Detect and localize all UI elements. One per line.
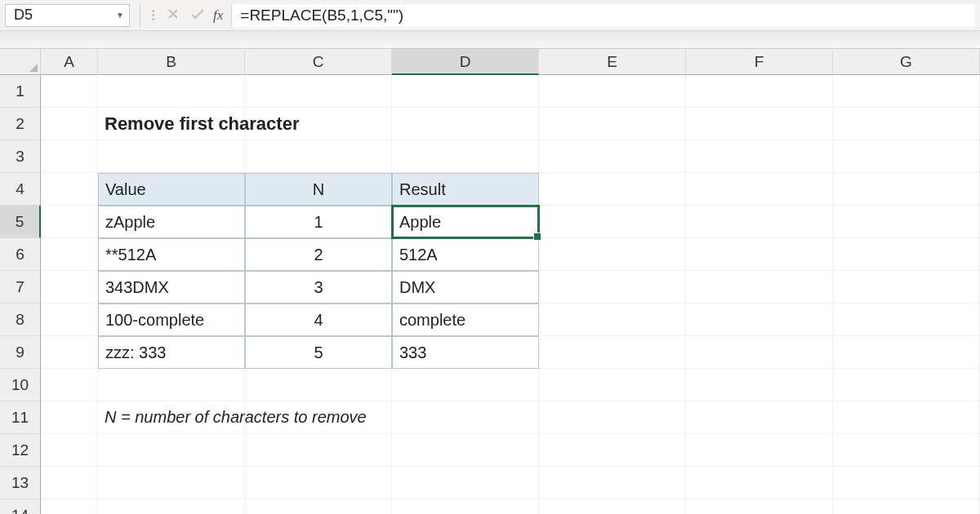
table-row[interactable]: zApple	[98, 206, 245, 238]
col-header-G[interactable]: G	[833, 49, 980, 75]
table-header-value[interactable]: Value	[98, 173, 245, 206]
cell[interactable]	[539, 499, 686, 514]
cell[interactable]	[686, 75, 833, 108]
table-row[interactable]: DMX	[392, 271, 539, 304]
cell[interactable]	[686, 173, 833, 206]
table-row[interactable]: complete	[392, 304, 539, 336]
table-row[interactable]: zzz: 333	[98, 336, 245, 369]
cell[interactable]	[41, 369, 98, 401]
cell[interactable]	[539, 206, 686, 238]
table-header-n[interactable]: N	[245, 173, 392, 206]
cell[interactable]	[392, 499, 539, 514]
cell[interactable]	[686, 499, 833, 514]
cell[interactable]	[833, 304, 980, 336]
cell[interactable]	[833, 401, 980, 434]
row-header-11[interactable]: 11	[0, 401, 41, 434]
cell[interactable]	[539, 434, 686, 467]
cell[interactable]	[98, 140, 245, 173]
table-row[interactable]: 5	[245, 336, 392, 369]
col-header-D[interactable]: D	[392, 49, 539, 75]
cell[interactable]	[539, 336, 686, 369]
cell[interactable]	[41, 238, 98, 271]
cell[interactable]	[392, 140, 539, 173]
page-title[interactable]: Remove first character	[98, 108, 245, 140]
cell[interactable]	[686, 108, 833, 140]
cell[interactable]	[245, 434, 392, 467]
cell[interactable]	[392, 75, 539, 108]
row-header-1[interactable]: 1	[0, 75, 41, 108]
cell[interactable]	[686, 140, 833, 173]
row-header-4[interactable]: 4	[0, 173, 41, 206]
cell[interactable]	[41, 304, 98, 336]
cell[interactable]	[98, 499, 245, 514]
cell[interactable]	[392, 369, 539, 401]
confirm-icon[interactable]	[185, 6, 210, 24]
cell[interactable]	[41, 336, 98, 369]
col-header-A[interactable]: A	[41, 49, 98, 75]
cell[interactable]	[539, 238, 686, 271]
cancel-icon[interactable]	[161, 6, 185, 24]
row-header-10[interactable]: 10	[0, 369, 41, 401]
cell[interactable]	[245, 369, 392, 401]
cell[interactable]	[539, 467, 686, 499]
cell[interactable]	[539, 304, 686, 336]
cell[interactable]	[41, 206, 98, 238]
cell[interactable]	[833, 336, 980, 369]
table-row[interactable]: 2	[245, 238, 392, 271]
table-row[interactable]: 1	[245, 206, 392, 238]
cell[interactable]	[686, 238, 833, 271]
cell[interactable]	[833, 434, 980, 467]
cell[interactable]	[833, 140, 980, 173]
cell[interactable]	[539, 75, 686, 108]
table-row[interactable]: 343DMX	[98, 271, 245, 304]
cell[interactable]	[245, 140, 392, 173]
row-header-2[interactable]: 2	[0, 108, 41, 140]
cell[interactable]	[98, 467, 245, 499]
formula-input[interactable]: =REPLACE(B5,1,C5,"")	[231, 4, 975, 27]
cell[interactable]	[686, 369, 833, 401]
cell[interactable]	[833, 75, 980, 108]
cell[interactable]	[245, 467, 392, 499]
table-row[interactable]: 100-complete	[98, 304, 245, 336]
col-header-E[interactable]: E	[539, 49, 686, 75]
cell[interactable]	[392, 467, 539, 499]
table-row[interactable]: **512A	[98, 238, 245, 271]
cell[interactable]	[539, 401, 686, 434]
cell[interactable]	[539, 140, 686, 173]
cell[interactable]	[41, 108, 98, 140]
row-header-9[interactable]: 9	[0, 336, 41, 369]
cell[interactable]	[833, 108, 980, 140]
col-header-F[interactable]: F	[686, 49, 833, 75]
cell[interactable]	[41, 75, 98, 108]
cell[interactable]	[686, 401, 833, 434]
row-header-5[interactable]: 5	[0, 206, 41, 238]
cell[interactable]	[833, 173, 980, 206]
table-row[interactable]: 512A	[392, 238, 539, 271]
cell[interactable]	[686, 304, 833, 336]
cell[interactable]	[833, 271, 980, 304]
table-row[interactable]: 3	[245, 271, 392, 304]
table-header-result[interactable]: Result	[392, 173, 539, 206]
row-header-8[interactable]: 8	[0, 304, 41, 336]
name-box[interactable]: D5 ▼	[5, 4, 130, 27]
row-header-12[interactable]: 12	[0, 434, 41, 467]
cell[interactable]	[41, 434, 98, 467]
cell[interactable]	[539, 173, 686, 206]
fx-icon[interactable]: fx	[210, 7, 231, 24]
cell[interactable]	[686, 206, 833, 238]
cell[interactable]	[539, 108, 686, 140]
select-all-corner[interactable]	[0, 49, 41, 75]
cell[interactable]	[98, 369, 245, 401]
cell[interactable]	[98, 75, 245, 108]
col-header-B[interactable]: B	[98, 49, 245, 75]
row-header-3[interactable]: 3	[0, 140, 41, 173]
active-cell[interactable]: Apple	[392, 206, 539, 238]
cell[interactable]	[98, 434, 245, 467]
cell[interactable]	[686, 434, 833, 467]
note-cell[interactable]: N = number of characters to remove	[98, 401, 245, 434]
cell[interactable]	[686, 467, 833, 499]
dropdown-arrow-icon[interactable]: ▼	[116, 11, 124, 20]
cell[interactable]	[245, 75, 392, 108]
cell[interactable]	[41, 467, 98, 499]
cell[interactable]	[392, 108, 539, 140]
